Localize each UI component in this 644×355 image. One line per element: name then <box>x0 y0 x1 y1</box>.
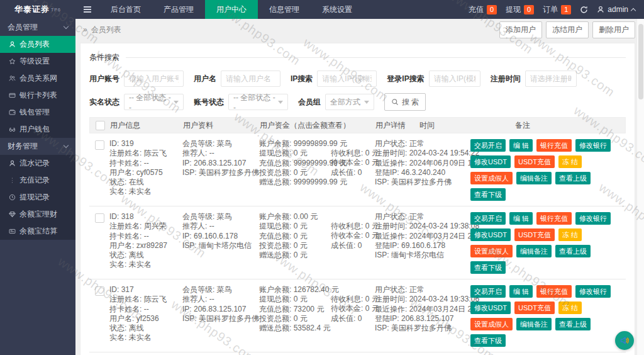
realname-status-select[interactable]: -- 全部状态 -- <box>124 94 184 110</box>
view-downline-button[interactable]: 查看下级 <box>470 188 506 201</box>
sidebar-item-withdraw-records[interactable]: 提现记录 <box>0 189 75 206</box>
admin-menu[interactable]: admin <box>597 5 635 14</box>
account-balance[interactable]: 0.00 元 <box>294 212 318 221</box>
add-user-button[interactable]: 添加用户 <box>499 21 542 38</box>
sidebar-item-bank-cards[interactable]: 银行卡列表 <box>0 87 75 104</box>
view-downline-button[interactable]: 查看下级 <box>470 334 506 347</box>
edit-usdt-button[interactable]: 修改USDT <box>470 228 511 241</box>
nav-item-products[interactable]: 产品管理 <box>152 0 205 19</box>
header-time: 时间 <box>419 120 515 131</box>
sidebar-item-yuebao-invest[interactable]: 余额宝理财 <box>0 206 75 223</box>
field-label: 投资总额 <box>259 241 294 250</box>
sidebar-item-flow-records[interactable]: 流水记录 <box>0 155 75 172</box>
sidebar-item-level-settings[interactable]: 等级设置 <box>0 53 75 70</box>
audio-float-button[interactable] <box>615 331 634 350</box>
order-stat[interactable]: 订单 1 <box>543 4 571 15</box>
sidebar-item-recharge-records[interactable]: 充值记录 <box>0 172 75 189</box>
sidebar-item-member-network[interactable]: 会员关系网 <box>0 70 75 87</box>
sidebar-group-finance[interactable]: 财务管理 <box>0 138 75 155</box>
withdraw-total[interactable]: 0 元 <box>294 295 308 303</box>
trade-toggle-button[interactable]: 交易开启 <box>470 212 506 225</box>
set-fake-user-button[interactable]: 设置成假人 <box>470 172 513 184</box>
invest-total[interactable]: 0 元 <box>294 168 308 177</box>
withdraw-total[interactable]: 0 元 <box>294 149 308 157</box>
recharge-total[interactable]: 0 元 <box>294 232 308 240</box>
view-upline-button[interactable]: 查看上级 <box>555 245 591 257</box>
field-label: 用户名 <box>194 74 216 84</box>
freeze-button[interactable]: 冻 结 <box>558 228 582 241</box>
edit-bank-button[interactable]: 修改银行 <box>575 212 611 225</box>
bank-recharge-button[interactable]: 银行充值 <box>536 285 572 298</box>
trade-toggle-button[interactable]: 交易开启 <box>470 285 506 298</box>
withdraw-stat[interactable]: 提现 0 <box>506 4 534 15</box>
register-time-input[interactable] <box>525 70 577 87</box>
edit-button[interactable]: 编 辑 <box>509 139 533 152</box>
user-account-input[interactable] <box>124 70 184 87</box>
sidebar-item-wallet-mgmt[interactable]: 钱包管理 <box>0 104 75 121</box>
row-checkbox[interactable] <box>95 140 104 150</box>
username-input[interactable] <box>221 70 280 87</box>
edit-bank-button[interactable]: 修改银行 <box>575 139 611 152</box>
sidebar-item-yuebao-settle[interactable]: 余额宝结算 <box>0 223 75 240</box>
nav-item-system[interactable]: 系统设置 <box>311 0 364 19</box>
login-isp: 美国科罗拉多丹佛 <box>391 324 452 332</box>
table-row: ID317 注册姓名陈云飞 持卡姓名-- 用户名yf2536 状态离线 实名未实… <box>89 279 626 352</box>
edit-usdt-button[interactable]: 修改USDT <box>470 155 511 168</box>
sidebar-item-user-wallet[interactable]: 用户钱包 <box>0 121 75 138</box>
edit-usdt-button[interactable]: 修改USDT <box>470 301 511 314</box>
refresh-icon[interactable] <box>580 6 588 14</box>
scrollbar-thumb[interactable] <box>638 24 643 99</box>
gift-total[interactable]: 99999999.99 元 <box>294 178 347 186</box>
gift-total[interactable]: 53582.4 元 <box>294 324 331 332</box>
nav-item-info[interactable]: 信息管理 <box>258 0 311 19</box>
login-ip-search-input[interactable] <box>429 70 480 87</box>
field-label: IP <box>182 232 194 240</box>
freeze-button[interactable]: 冻 结 <box>558 155 582 168</box>
nav-item-home[interactable]: 后台首页 <box>99 0 152 19</box>
delete-user-button[interactable]: 删除用户 <box>592 21 635 38</box>
username-link[interactable]: cyf0575 <box>136 168 163 177</box>
sidebar-item-member-list[interactable]: 会员列表 <box>0 36 75 53</box>
invest-total[interactable]: 0 元 <box>294 314 308 323</box>
menu-toggle-icon[interactable] <box>75 0 99 19</box>
view-downline-button[interactable]: 查看下级 <box>470 261 506 274</box>
username-link[interactable]: zxr89287 <box>136 241 167 250</box>
recharge-stat[interactable]: 充值 0 <box>469 4 497 15</box>
edit-remark-button[interactable]: 编辑备注 <box>516 172 552 184</box>
username-link[interactable]: yf2536 <box>136 314 159 323</box>
view-upline-button[interactable]: 查看上级 <box>555 318 591 330</box>
edit-button[interactable]: 编 辑 <box>509 285 533 298</box>
time-cell: 用户状态正常 注册时间2024-03-24 19:54:22 最近操作2024年… <box>375 139 470 187</box>
edit-button[interactable]: 编 辑 <box>509 212 533 225</box>
freeze-user-button[interactable]: 冻结用户 <box>546 21 589 38</box>
scrollbar[interactable] <box>636 19 644 355</box>
account-status-select[interactable]: -- 全部状态 -- <box>228 94 288 110</box>
row-checkbox[interactable] <box>95 213 104 223</box>
recharge-total[interactable]: 73200 元 <box>294 305 325 313</box>
bank-recharge-button[interactable]: 银行充值 <box>536 139 572 152</box>
gift-total[interactable]: 0 元 <box>294 251 308 259</box>
bank-recharge-button[interactable]: 银行充值 <box>536 212 572 225</box>
sidebar-group-members[interactable]: 会员管理 <box>0 19 75 36</box>
row-checkbox[interactable] <box>95 286 104 296</box>
freeze-button[interactable]: 冻 结 <box>558 301 582 314</box>
withdraw-total[interactable]: 0 元 <box>294 222 308 230</box>
edit-bank-button[interactable]: 修改银行 <box>575 285 611 298</box>
ip-search-input[interactable] <box>317 70 377 87</box>
brand-logo[interactable]: 华泰证券 TP6 <box>0 0 75 19</box>
member-group-select[interactable]: 全部方式 <box>325 94 374 110</box>
nav-item-user-center[interactable]: 用户中心 <box>205 0 258 19</box>
field-account-status: 账号状态 -- 全部状态 -- <box>194 94 288 110</box>
usdt-recharge-button[interactable]: USDT充值 <box>514 301 555 314</box>
usdt-recharge-button[interactable]: USDT充值 <box>514 228 555 241</box>
invest-total[interactable]: 0 元 <box>294 241 308 250</box>
edit-remark-button[interactable]: 编辑备注 <box>516 245 552 257</box>
search-button[interactable]: 搜 索 <box>384 93 426 111</box>
usdt-recharge-button[interactable]: USDT充值 <box>514 155 555 168</box>
select-all-checkbox[interactable] <box>96 121 105 130</box>
set-fake-user-button[interactable]: 设置成假人 <box>470 318 513 330</box>
trade-toggle-button[interactable]: 交易开启 <box>470 139 506 152</box>
edit-remark-button[interactable]: 编辑备注 <box>516 318 552 330</box>
view-upline-button[interactable]: 查看上级 <box>555 172 591 184</box>
set-fake-user-button[interactable]: 设置成假人 <box>470 245 513 257</box>
